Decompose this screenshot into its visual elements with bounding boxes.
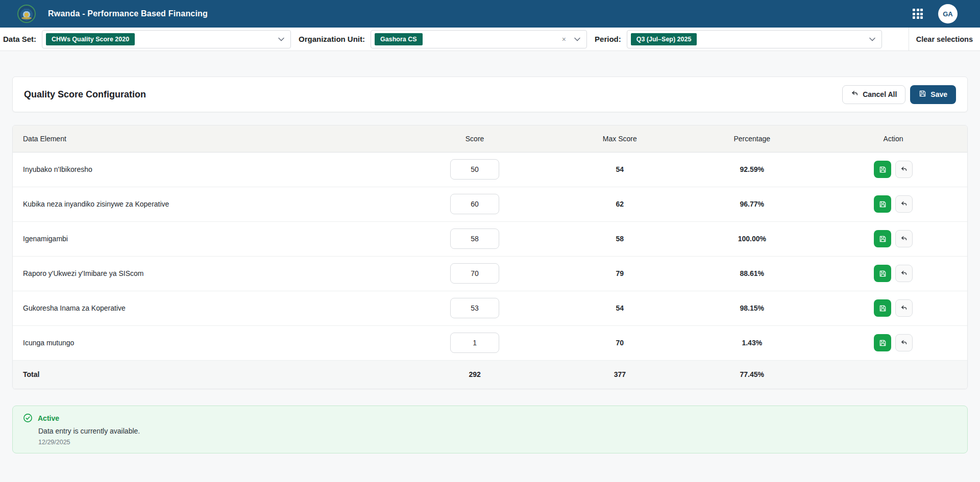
row-save-button[interactable] — [874, 265, 891, 282]
row-undo-button[interactable] — [895, 265, 913, 282]
table-row: Raporo y'Ukwezi y'Imibare ya SIScom 79 8… — [13, 256, 967, 291]
org-unit-label: Organization Unit: — [299, 35, 365, 43]
score-input[interactable] — [450, 333, 499, 353]
data-element-name: Raporo y'Ukwezi y'Imibare ya SIScom — [13, 256, 395, 291]
score-input[interactable] — [450, 159, 499, 180]
data-set-chip: CHWs Quality Score 2020 — [46, 33, 135, 45]
max-score-value: 58 — [555, 221, 684, 256]
total-label: Total — [13, 360, 395, 389]
max-score-value: 79 — [555, 256, 684, 291]
percentage-value: 88.61% — [684, 256, 819, 291]
data-element-name: Inyubako n'Ibikoresho — [13, 152, 395, 187]
undo-icon — [900, 166, 908, 173]
period-label: Period: — [595, 35, 621, 43]
percentage-value: 98.15% — [684, 291, 819, 325]
row-undo-button[interactable] — [895, 161, 913, 178]
cancel-all-label: Cancel All — [863, 90, 897, 98]
score-input[interactable] — [450, 263, 499, 284]
score-input[interactable] — [450, 298, 499, 318]
org-unit-select[interactable]: Gashora CS × — [371, 30, 587, 48]
page-title: Quality Score Configuration — [24, 89, 146, 100]
column-header-percentage: Percentage — [684, 125, 819, 152]
status-title: Active — [38, 414, 59, 422]
org-unit-chip: Gashora CS — [375, 33, 423, 45]
status-banner: Active Data entry is currently available… — [12, 405, 968, 453]
max-score-value: 62 — [555, 187, 684, 221]
data-element-name: Igenamigambi — [13, 221, 395, 256]
filter-bar: Data Set: CHWs Quality Score 2020 Organi… — [0, 28, 980, 51]
chevron-down-icon — [574, 37, 580, 41]
cancel-all-button[interactable]: Cancel All — [842, 85, 905, 104]
table-row: Inyubako n'Ibikoresho 54 92.59% — [13, 152, 967, 187]
save-icon — [879, 166, 887, 173]
total-max-score: 377 — [555, 360, 684, 389]
config-header-card: Quality Score Configuration Cancel All S… — [12, 77, 968, 112]
column-header-data-element: Data Element — [13, 125, 395, 152]
data-set-label: Data Set: — [3, 35, 36, 43]
clear-org-unit-icon[interactable]: × — [560, 35, 568, 44]
app-title: Rwanda - Performance Based Financing — [48, 9, 208, 18]
data-element-name: Gukoresha Inama za Koperative — [13, 291, 395, 325]
table-body: Inyubako n'Ibikoresho 54 92.59% Kubika n… — [13, 152, 967, 360]
total-score: 292 — [395, 360, 555, 389]
row-actions — [819, 299, 967, 317]
row-actions — [819, 230, 967, 247]
save-icon — [879, 270, 887, 277]
user-avatar[interactable]: GA — [938, 4, 958, 23]
undo-icon — [900, 270, 908, 277]
data-set-select[interactable]: CHWs Quality Score 2020 — [42, 30, 291, 48]
check-circle-icon — [23, 413, 33, 423]
chevron-down-icon — [278, 37, 284, 41]
percentage-value: 96.77% — [684, 187, 819, 221]
undo-icon — [900, 200, 908, 208]
quality-score-table: Data Element Score Max Score Percentage … — [13, 125, 967, 389]
max-score-value: 54 — [555, 152, 684, 187]
column-header-score: Score — [395, 125, 555, 152]
navbar-left: Rwanda - Performance Based Financing — [17, 5, 208, 23]
undo-icon — [900, 235, 908, 242]
total-action-empty — [819, 360, 967, 389]
save-icon — [879, 235, 887, 243]
save-icon — [879, 305, 887, 312]
percentage-value: 1.43% — [684, 325, 819, 360]
score-input[interactable] — [450, 194, 499, 214]
clear-selections-button[interactable]: Clear selections — [909, 28, 980, 50]
row-save-button[interactable] — [874, 161, 891, 178]
row-actions — [819, 265, 967, 282]
row-save-button[interactable] — [874, 195, 891, 213]
status-message: Data entry is currently available. — [38, 427, 957, 435]
save-button[interactable]: Save — [910, 85, 956, 104]
row-undo-button[interactable] — [895, 299, 913, 317]
main-content: Quality Score Configuration Cancel All S… — [0, 51, 980, 453]
config-actions: Cancel All Save — [842, 85, 956, 104]
row-actions — [819, 161, 967, 178]
total-percentage: 77.45% — [684, 360, 819, 389]
row-save-button[interactable] — [874, 334, 891, 351]
percentage-value: 100.00% — [684, 221, 819, 256]
save-icon — [919, 90, 926, 99]
row-undo-button[interactable] — [895, 195, 913, 213]
row-actions — [819, 195, 967, 213]
period-select[interactable]: Q3 (Jul–Sep) 2025 — [627, 30, 882, 48]
column-header-max-score: Max Score — [555, 125, 684, 152]
percentage-value: 92.59% — [684, 152, 819, 187]
quality-score-table-card: Data Element Score Max Score Percentage … — [12, 125, 968, 389]
data-element-name: Kubika neza inyandiko zisinywe za Kopera… — [13, 187, 395, 221]
row-save-button[interactable] — [874, 230, 891, 247]
top-navbar: Rwanda - Performance Based Financing GA — [0, 0, 980, 28]
undo-icon — [900, 305, 908, 312]
score-input[interactable] — [450, 229, 499, 249]
period-chip: Q3 (Jul–Sep) 2025 — [631, 33, 697, 45]
row-save-button[interactable] — [874, 299, 891, 317]
apps-grid-icon[interactable] — [913, 9, 923, 19]
row-undo-button[interactable] — [895, 230, 913, 247]
total-row: Total 292 377 77.45% — [13, 360, 967, 389]
undo-icon — [851, 90, 859, 99]
navbar-right: GA — [913, 4, 958, 23]
chevron-down-icon — [869, 37, 875, 41]
save-icon — [879, 339, 887, 347]
row-undo-button[interactable] — [895, 334, 913, 351]
rwanda-coat-of-arms-logo — [17, 5, 36, 23]
table-row: Icunga mutungo 70 1.43% — [13, 325, 967, 360]
save-label: Save — [930, 90, 947, 98]
